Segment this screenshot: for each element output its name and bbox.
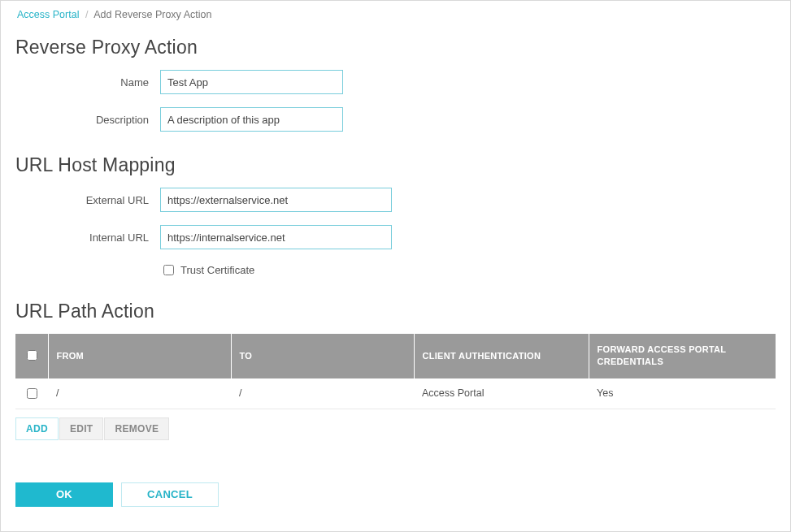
- label-trust-certificate[interactable]: Trust Certificate: [180, 264, 254, 276]
- section-title-url-path-action: URL Path Action: [15, 301, 776, 322]
- input-external-url[interactable]: [160, 188, 392, 212]
- label-internal-url: Internal URL: [15, 231, 160, 244]
- breadcrumb-root-link[interactable]: Access Portal: [17, 9, 79, 20]
- breadcrumb-separator: /: [85, 9, 88, 20]
- section-title-url-host-mapping: URL Host Mapping: [15, 154, 776, 176]
- column-header-from[interactable]: FROM: [48, 334, 231, 378]
- remove-button[interactable]: REMOVE: [104, 417, 169, 440]
- cell-client-authentication: Access Portal: [414, 378, 589, 409]
- label-external-url: External URL: [15, 194, 160, 206]
- input-description[interactable]: [160, 107, 343, 132]
- section-title-reverse-proxy-action: Reverse Proxy Action: [15, 37, 776, 58]
- footer-buttons: OK CANCEL: [15, 482, 776, 507]
- label-name: Name: [15, 76, 160, 89]
- edit-button[interactable]: EDIT: [59, 417, 104, 440]
- breadcrumb-current: Add Reverse Proxy Action: [93, 9, 211, 20]
- table-url-path-action: FROM TO CLIENT AUTHENTICATION FORWARD AC…: [15, 334, 776, 409]
- checkbox-select-all[interactable]: [27, 350, 37, 361]
- cell-forward-credentials: Yes: [589, 378, 776, 409]
- column-header-forward-credentials[interactable]: FORWARD ACCESS PORTAL CREDENTIALS: [589, 334, 776, 378]
- form-row-description: Description: [15, 107, 776, 132]
- table-row[interactable]: / / Access Portal Yes: [15, 378, 776, 409]
- column-header-select-all: [15, 334, 48, 378]
- table-toolbar: ADD EDIT REMOVE: [15, 417, 776, 440]
- page-container: Access Portal / Add Reverse Proxy Action…: [0, 0, 791, 532]
- ok-button[interactable]: OK: [15, 482, 113, 507]
- input-internal-url[interactable]: [160, 225, 392, 249]
- column-header-client-authentication[interactable]: CLIENT AUTHENTICATION: [414, 334, 589, 378]
- cell-to: /: [231, 378, 414, 409]
- checkbox-trust-certificate[interactable]: [163, 265, 174, 275]
- cancel-button[interactable]: CANCEL: [121, 482, 219, 507]
- form-row-internal-url: Internal URL: [15, 225, 776, 249]
- label-description: Description: [15, 114, 160, 126]
- form-row-external-url: External URL: [15, 188, 776, 212]
- breadcrumb: Access Portal / Add Reverse Proxy Action: [15, 9, 776, 25]
- cell-from: /: [48, 378, 231, 409]
- checkbox-row[interactable]: [27, 388, 37, 399]
- add-button[interactable]: ADD: [15, 417, 59, 440]
- column-header-to[interactable]: TO: [231, 334, 414, 378]
- form-row-trust-certificate: Trust Certificate: [160, 262, 776, 278]
- form-row-name: Name: [15, 70, 776, 94]
- input-name[interactable]: [160, 70, 343, 94]
